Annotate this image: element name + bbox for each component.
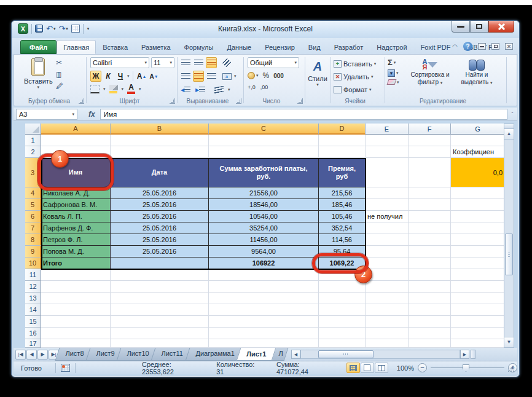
cell-D7[interactable]: 352,54 [319,222,366,234]
cell-C13[interactable] [209,293,319,304]
cell-F6[interactable] [409,211,451,222]
ribbon-tab-рецензир[interactable]: Рецензир [258,40,302,54]
zoom-slider[interactable] [431,363,504,372]
delete-cells-button[interactable]: ✕ Удалить ▾ [334,71,376,82]
decrease-indent-button[interactable]: ◀ [180,84,191,95]
cell-D13[interactable] [319,293,366,304]
merge-center-button[interactable]: a [221,71,232,82]
cell-A13[interactable] [41,293,111,304]
cell-E7[interactable] [366,222,409,234]
zoom-out-button[interactable]: − [418,363,427,372]
row-header-5[interactable]: 5 [25,199,41,211]
column-header-G[interactable]: G [451,124,505,135]
cell-G8[interactable] [451,234,505,246]
wrap-text-button[interactable] [213,84,224,95]
shrink-font-button[interactable]: А▼ [149,71,160,82]
cell-F13[interactable] [409,293,451,304]
percent-style-button[interactable]: % [263,71,270,80]
cell-A14[interactable] [41,304,111,316]
cell-B8[interactable]: 25.05.2016 [111,234,209,246]
column-header-C[interactable]: C [209,124,319,135]
scrollbar-split-handle[interactable] [504,124,514,129]
row-header-4[interactable]: 4 [25,187,41,199]
cell-F16[interactable] [409,328,451,339]
cell-B5[interactable]: 25.05.2016 [111,199,209,211]
cell-E1[interactable] [366,135,409,146]
restore-button[interactable] [470,21,488,33]
ribbon-tab-вид[interactable]: Вид [302,40,327,54]
scroll-left-button[interactable]: ◀ [291,350,300,359]
ribbon-tab-главная[interactable]: Главная [57,40,96,54]
horizontal-scroll-thumb[interactable] [318,350,374,358]
cell-B15[interactable] [111,316,209,328]
cell-A7[interactable]: Парфенов Д. Ф. [41,222,111,234]
cell-G9[interactable] [451,246,505,257]
align-top-button[interactable] [180,57,191,68]
clear-button[interactable]: ▾ [388,79,399,85]
cell-B16[interactable] [111,328,209,339]
row-header-1[interactable]: 1 [25,135,41,146]
vertical-scroll-thumb[interactable] [505,234,513,275]
styles-button[interactable]: A Стили ▾ [307,60,329,87]
cell-A8[interactable]: Петров Ф. Л. [41,234,111,246]
cell-G5[interactable] [451,199,505,211]
find-select-button[interactable]: Найти и выделить ▾ [456,58,497,87]
cell-F2[interactable] [409,146,451,158]
resize-grip[interactable] [507,365,515,372]
cell-E13[interactable] [366,293,409,304]
cell-C7[interactable]: 35254,00 [209,222,319,234]
cell-D1[interactable] [319,135,366,146]
cell-D3[interactable]: Премия, руб [319,158,366,187]
cell-E15[interactable] [366,316,409,328]
page-layout-view-button[interactable] [361,363,374,373]
cell-F15[interactable] [409,316,451,328]
scroll-right-button[interactable]: ▶ [460,350,469,359]
cell-C11[interactable] [209,269,319,281]
cell-D12[interactable] [319,281,366,293]
cell-G11[interactable] [451,269,505,281]
cell-F14[interactable] [409,304,451,316]
cell-B9[interactable]: 25.05.2016 [111,246,209,257]
cell-D14[interactable] [319,304,366,316]
ribbon-tab-разметка[interactable]: Разметка [135,40,178,54]
cell-F5[interactable] [409,199,451,211]
tab-splitter[interactable] [471,350,475,359]
font-dialog-launcher[interactable] [170,98,175,104]
fill-color-button[interactable] [109,85,118,93]
cell-A17[interactable] [41,339,111,348]
cell-D4[interactable]: 215,56 [319,187,366,199]
row-header-9[interactable]: 9 [25,246,41,257]
cell-A1[interactable] [41,135,111,146]
align-center-button[interactable] [193,71,204,82]
cell-C6[interactable]: 10546,00 [209,211,319,222]
column-header-A[interactable]: A [41,124,111,135]
column-header-D[interactable]: D [319,124,366,135]
next-sheet-button[interactable]: ▶ [37,350,48,360]
font-size-combo[interactable]: 11 ▾ [151,57,174,68]
paste-button[interactable]: Вставить ▾ [24,58,53,90]
cell-B6[interactable]: 25.05.2016 [111,211,209,222]
cell-C12[interactable] [209,281,319,293]
vertical-scrollbar[interactable]: ▲ ▼ [504,124,514,348]
row-header-16[interactable]: 16 [25,328,41,339]
column-header-B[interactable]: B [111,124,209,135]
row-header-7[interactable]: 7 [25,222,41,234]
cell-G1[interactable] [451,135,505,146]
insert-cells-button[interactable]: + Вставить ▾ [334,58,376,69]
prev-sheet-button[interactable]: ◀ [26,350,37,360]
cell-C9[interactable]: 9564,00 [209,246,319,257]
page-break-view-button[interactable] [375,363,388,373]
cell-E14[interactable] [366,304,409,316]
copy-icon[interactable]: ▯▯ [56,70,63,79]
cell-D9[interactable]: 95,64 [319,246,366,257]
collapse-ribbon-icon[interactable]: ◠ [452,43,458,50]
cell-A4[interactable]: Николаев А. Д. [41,187,111,199]
sort-filter-button[interactable]: АЯ Сортировка и фильтр ▾ [410,58,450,87]
cell-G12[interactable] [451,281,505,293]
cell-A11[interactable] [41,269,111,281]
cell-B10[interactable] [111,257,209,269]
row-header-17[interactable]: 17 [25,339,41,348]
cell-G13[interactable] [451,293,505,304]
increase-decimal-button[interactable]: +,0 [248,84,256,90]
autosum-button[interactable]: Σ ▾ [388,58,399,67]
